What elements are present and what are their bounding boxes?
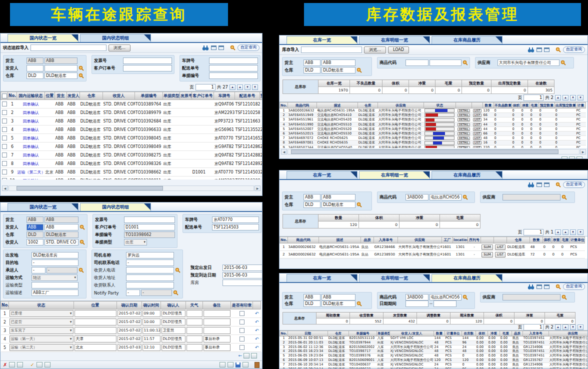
detail-button[interactable]: DETAIL xyxy=(458,132,470,136)
window-icon[interactable] xyxy=(536,284,542,289)
last-page-icon[interactable]: ▼ xyxy=(578,230,584,235)
magnifier-icon[interactable] xyxy=(80,240,85,245)
select-all-checkbox[interactable] xyxy=(2,94,7,98)
status-import-file-input[interactable] xyxy=(30,44,106,51)
status-select[interactable]: 已受理▾ xyxy=(10,310,74,317)
cell-input[interactable]: 2015-07-02 xyxy=(118,318,142,326)
cell-input[interactable]: 北京 xyxy=(74,344,116,351)
scroll-right-icon[interactable]: ▶ xyxy=(580,149,586,154)
cell-input[interactable]: 2015-07-02 xyxy=(118,310,142,317)
detail-button[interactable]: DETAIL xyxy=(458,128,470,131)
paste-icon[interactable] xyxy=(17,362,23,368)
mail-icon[interactable] xyxy=(576,156,582,159)
text-field[interactable] xyxy=(434,300,456,307)
text-field[interactable]: DLD航港库 xyxy=(322,67,356,74)
row-checkbox[interactable] xyxy=(240,328,244,333)
cell-input[interactable] xyxy=(204,327,230,334)
first-page-icon[interactable]: ▲ xyxy=(555,324,561,330)
binoculars-icon[interactable] xyxy=(528,284,534,290)
tab-在库商品履历[interactable]: 在库商品履历 xyxy=(432,274,502,282)
row-checkbox[interactable] xyxy=(2,178,7,180)
exit-icon[interactable] xyxy=(254,362,260,368)
sum-button[interactable]: SUM xyxy=(482,244,493,250)
magnifier-icon[interactable] xyxy=(556,182,561,188)
settings-icon[interactable] xyxy=(242,362,248,368)
text-field[interactable]: ABB xyxy=(322,194,356,200)
text-field[interactable]: - xyxy=(126,260,174,266)
scroll-left-icon[interactable]: ◀ xyxy=(2,186,8,191)
browse-button[interactable]: 浏览… xyxy=(364,46,386,54)
text-field[interactable]: DLD xyxy=(304,67,320,74)
text-field[interactable]: DLD航港库房 xyxy=(32,252,78,258)
undo-icon[interactable]: ↶ xyxy=(255,328,259,333)
cell-input[interactable] xyxy=(186,310,202,317)
text-field[interactable]: 电抗器RCHO56 xyxy=(430,194,462,200)
status-link[interactable]: 回单确认 xyxy=(23,102,39,106)
cell-input[interactable] xyxy=(186,344,202,351)
refresh-icon[interactable] xyxy=(44,362,50,368)
window-icon[interactable] xyxy=(536,182,542,187)
cell-input[interactable]: DLD管理员 xyxy=(162,318,186,326)
next-page-icon[interactable]: ▼ xyxy=(244,84,250,90)
stock-import-file-input[interactable] xyxy=(301,46,362,53)
row-checkbox[interactable] xyxy=(2,110,7,115)
status-link[interactable]: 回单确认 xyxy=(23,110,39,115)
magnifier-icon[interactable] xyxy=(175,268,180,273)
text-field[interactable]: 京AT0770 xyxy=(212,216,259,223)
text-field[interactable] xyxy=(406,60,428,66)
cell-input[interactable]: 事后补录 xyxy=(204,344,230,351)
scroll-left-icon[interactable]: ◀ xyxy=(281,149,287,154)
undo-icon[interactable]: ↶ xyxy=(255,345,259,350)
magnifier-icon[interactable] xyxy=(78,73,84,78)
list-button[interactable]: LIST xyxy=(473,128,482,131)
cell-input[interactable] xyxy=(186,336,202,342)
text-field[interactable] xyxy=(209,72,258,79)
text-field[interactable]: DLD航港库 xyxy=(44,232,78,238)
magnifier-icon[interactable] xyxy=(462,294,468,300)
status-select[interactable]: 运输（第一天）▾ xyxy=(10,336,74,342)
text-field[interactable]: D1001 xyxy=(124,224,175,230)
window-icon[interactable] xyxy=(544,182,550,187)
row-checkbox[interactable] xyxy=(2,144,7,149)
text-field[interactable]: 罗兴远 xyxy=(126,252,174,258)
cell-input[interactable]: 10:00 xyxy=(142,318,160,326)
tab-国内状态明细[interactable]: 国内状态明细 xyxy=(80,34,151,42)
horizontal-scrollbar[interactable]: ◀ ▶ xyxy=(281,149,586,154)
prev-page-icon[interactable]: ▲ xyxy=(562,324,568,330)
text-field[interactable] xyxy=(123,65,172,72)
text-field[interactable]: - xyxy=(32,267,46,274)
cell-input[interactable]: 天津 xyxy=(74,336,116,342)
prev-page-icon[interactable]: ▲ xyxy=(562,95,568,100)
text-field[interactable]: DLD xyxy=(26,72,44,79)
tab-在库商品履历[interactable]: 在库商品履历 xyxy=(432,36,502,44)
list-button[interactable]: LIST xyxy=(473,141,482,144)
window-icon[interactable] xyxy=(536,48,542,52)
magnifier-icon[interactable] xyxy=(562,194,567,200)
magnifier-icon[interactable] xyxy=(462,60,468,66)
text-field[interactable]: ABB xyxy=(322,294,356,300)
binoculars-icon[interactable] xyxy=(528,182,534,188)
tab-国内状态明细[interactable]: 国内状态明细 xyxy=(80,203,151,211)
text-field[interactable]: DLD xyxy=(26,232,44,238)
first-page-icon[interactable]: ▲ xyxy=(230,84,236,90)
scroll-thumb[interactable] xyxy=(291,150,558,154)
window-icon[interactable] xyxy=(218,46,224,50)
page-number-input[interactable]: 1 xyxy=(524,94,544,101)
status-link[interactable]: 回单确认 xyxy=(23,153,39,158)
row-checkbox[interactable] xyxy=(240,311,244,316)
detail-button[interactable]: DETAIL xyxy=(458,118,470,122)
cell-input[interactable]: 11:00:12 xyxy=(142,327,160,334)
prev-page-icon[interactable]: ▲ xyxy=(562,230,568,235)
cell-input[interactable] xyxy=(204,310,230,317)
text-field[interactable]: ABB xyxy=(322,60,356,66)
detail-button[interactable]: DETAIL xyxy=(458,123,470,126)
cell-input[interactable] xyxy=(74,310,116,317)
custom-query-button[interactable]: 自定查询 xyxy=(563,284,585,290)
page-number-input[interactable]: 1 xyxy=(524,324,544,330)
page-number-input[interactable]: 1 xyxy=(524,229,544,236)
undo-icon[interactable]: ↶ xyxy=(255,336,259,342)
tab-在库明细一览[interactable]: 在库明细一览 xyxy=(359,36,430,44)
cell-input[interactable] xyxy=(186,318,202,326)
text-field[interactable]: ABB xyxy=(44,224,78,230)
text-field[interactable]: - xyxy=(32,260,78,266)
